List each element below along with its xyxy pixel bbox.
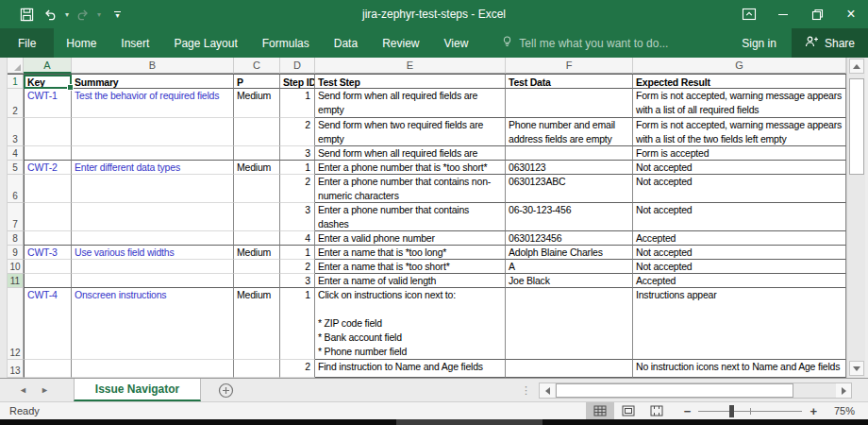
cell-C12[interactable]: Medium: [234, 288, 280, 360]
zoom-level[interactable]: 75%: [825, 405, 855, 416]
column-header-C[interactable]: C: [234, 58, 280, 74]
cell-F13[interactable]: [506, 360, 633, 378]
cell-C4[interactable]: [234, 146, 280, 161]
cell-B11[interactable]: [72, 274, 234, 288]
undo-icon[interactable]: [41, 6, 60, 24]
cell-E3[interactable]: Send form when two required fields are e…: [315, 118, 506, 146]
cell-D6[interactable]: 2: [280, 175, 315, 203]
scroll-down-icon[interactable]: [849, 361, 864, 376]
column-header-E[interactable]: E: [315, 58, 506, 74]
cell-B5[interactable]: Enter different data types: [72, 161, 234, 175]
new-sheet-icon[interactable]: [218, 379, 234, 401]
cell-B10[interactable]: [72, 260, 234, 274]
cell-A3[interactable]: [24, 118, 72, 146]
row-header-12[interactable]: 12: [8, 288, 24, 360]
minimize-button[interactable]: [766, 0, 800, 28]
close-button[interactable]: ×: [834, 0, 868, 28]
cell-F6[interactable]: 0630123ABC: [506, 175, 633, 203]
cell-C9[interactable]: Medium: [234, 246, 280, 260]
tell-me-box[interactable]: Tell me what you want to do...: [501, 28, 668, 58]
cell-C8[interactable]: [234, 231, 280, 246]
cell-F7[interactable]: 06-30-123-456: [506, 203, 633, 231]
cell-G11[interactable]: Accepted: [633, 274, 846, 288]
cell-E7[interactable]: Enter a phone number that contains dashe…: [315, 203, 506, 231]
scroll-right-icon[interactable]: [836, 383, 851, 398]
column-header-G[interactable]: G: [633, 58, 846, 74]
cell-D2[interactable]: 1: [280, 89, 315, 118]
cell-C10[interactable]: [234, 260, 280, 274]
cell-D5[interactable]: 1: [280, 161, 315, 175]
column-header-B[interactable]: B: [72, 58, 234, 74]
cell-F10[interactable]: A: [506, 260, 633, 274]
cell-F5[interactable]: 0630123: [506, 161, 633, 175]
zoom-out-button[interactable]: −: [684, 404, 692, 418]
horizontal-scroll-thumb[interactable]: [556, 383, 793, 398]
zoom-in-button[interactable]: +: [810, 404, 817, 418]
column-header-F[interactable]: F: [506, 58, 633, 74]
cell-A8[interactable]: [24, 231, 72, 246]
row-header-7[interactable]: 7: [8, 203, 24, 231]
cell-F1[interactable]: Test Data: [506, 75, 633, 89]
cell-A13[interactable]: [24, 360, 72, 378]
cell-B4[interactable]: [72, 146, 234, 161]
tab-home[interactable]: Home: [54, 28, 108, 58]
cell-G10[interactable]: Not accepted: [633, 260, 846, 274]
cell-C2[interactable]: Medium: [234, 89, 280, 118]
cell-A10[interactable]: [24, 260, 72, 274]
prev-sheet-icon[interactable]: ◄: [19, 385, 27, 395]
scroll-left-icon[interactable]: [540, 383, 555, 398]
sign-in-button[interactable]: Sign in: [726, 28, 792, 58]
cell-F2[interactable]: [506, 89, 633, 118]
cell-E8[interactable]: Enter a valid phone number: [315, 231, 506, 246]
row-header-10[interactable]: 10: [8, 260, 24, 274]
cell-C3[interactable]: [234, 118, 280, 146]
cell-C1[interactable]: P: [234, 75, 280, 89]
tab-data[interactable]: Data: [322, 28, 370, 58]
row-header-11[interactable]: 11: [8, 274, 24, 288]
cell-A2[interactable]: CWT-1: [24, 89, 72, 118]
cell-E2[interactable]: Send form when all required fields are e…: [315, 89, 506, 118]
row-header-8[interactable]: 8: [8, 231, 24, 246]
scroll-up-icon[interactable]: [849, 59, 864, 74]
row-header-3[interactable]: 3: [8, 118, 24, 146]
cell-C11[interactable]: [234, 274, 280, 288]
cell-F11[interactable]: Joe Black: [506, 274, 633, 288]
vertical-scroll-thumb[interactable]: [849, 78, 864, 175]
cell-A9[interactable]: CWT-3: [24, 246, 72, 260]
cell-G9[interactable]: Not accepted: [633, 246, 846, 260]
cell-G13[interactable]: No instruction icons next to Name and Ag…: [633, 360, 846, 378]
row-header-5[interactable]: 5: [8, 161, 24, 175]
customize-quick-access-toolbar-icon[interactable]: ▾: [114, 11, 121, 18]
cell-C7[interactable]: [234, 203, 280, 231]
cell-B13[interactable]: [72, 360, 234, 378]
undo-dropdown-icon[interactable]: ▾: [65, 10, 69, 19]
cell-G7[interactable]: Not accepted: [633, 203, 846, 231]
zoom-slider-thumb[interactable]: [729, 405, 734, 417]
cell-A4[interactable]: [24, 146, 72, 161]
cell-D4[interactable]: 3: [280, 146, 315, 161]
cell-G5[interactable]: Not accepted: [633, 161, 846, 175]
cell-A6[interactable]: [24, 175, 72, 203]
column-header-A[interactable]: A: [24, 58, 72, 74]
cell-F9[interactable]: Adolph Blaine Charles David: [506, 246, 633, 260]
cell-E11[interactable]: Enter a name of valid length: [315, 274, 506, 288]
cell-A5[interactable]: CWT-2: [24, 161, 72, 175]
vertical-scrollbar[interactable]: [846, 58, 865, 378]
cell-A11[interactable]: [24, 274, 72, 288]
cell-B1[interactable]: Summary: [72, 75, 234, 89]
cell-C13[interactable]: [234, 360, 280, 378]
cell-E1[interactable]: Test Step: [315, 75, 506, 89]
cell-A12[interactable]: CWT-4: [24, 288, 72, 360]
cell-F12[interactable]: [506, 288, 633, 360]
restore-button[interactable]: [800, 0, 834, 28]
cell-F3[interactable]: Phone number and email address fields ar…: [506, 118, 633, 146]
cell-B12[interactable]: Onscreen instructions: [72, 288, 234, 360]
row-header-2[interactable]: 2: [8, 89, 24, 118]
cell-E6[interactable]: Enter a phone number that contains non-n…: [315, 175, 506, 203]
cell-B9[interactable]: Use various field widths: [72, 246, 234, 260]
cell-D9[interactable]: 1: [280, 246, 315, 260]
cell-G4[interactable]: Form is accepted: [633, 146, 846, 161]
cell-G12[interactable]: Instructions appear: [633, 288, 846, 360]
cell-E10[interactable]: Enter a name that is *too short*: [315, 260, 506, 274]
cell-B7[interactable]: [72, 203, 234, 231]
